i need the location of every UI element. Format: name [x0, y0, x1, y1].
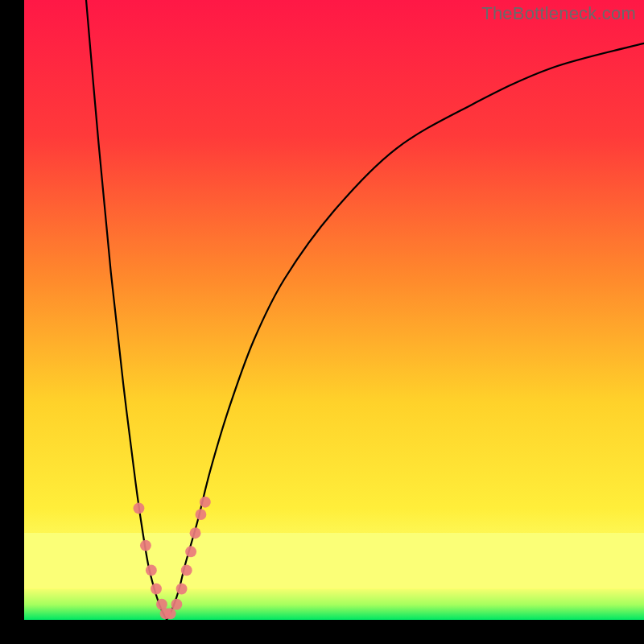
marker-dot	[190, 527, 201, 539]
marker-dot	[196, 509, 207, 520]
marker-dot	[134, 502, 145, 514]
marker-dot	[165, 608, 176, 619]
plot-area	[24, 0, 644, 620]
watermark-text: TheBottleneck.com	[481, 3, 636, 24]
marker-dot	[200, 497, 211, 508]
curve-svg	[24, 0, 644, 620]
marker-dot	[181, 564, 192, 576]
marker-dot	[140, 540, 151, 551]
marker-dot	[176, 584, 188, 595]
marker-dot	[185, 546, 196, 557]
marker-dot	[151, 584, 162, 595]
curve-right-branch	[167, 43, 644, 620]
marker-dot	[146, 564, 157, 576]
highlight-markers	[134, 497, 211, 619]
marker-dot	[171, 599, 182, 610]
curve-left-branch	[86, 0, 167, 620]
chart-frame: TheBottleneck.com	[0, 0, 644, 644]
